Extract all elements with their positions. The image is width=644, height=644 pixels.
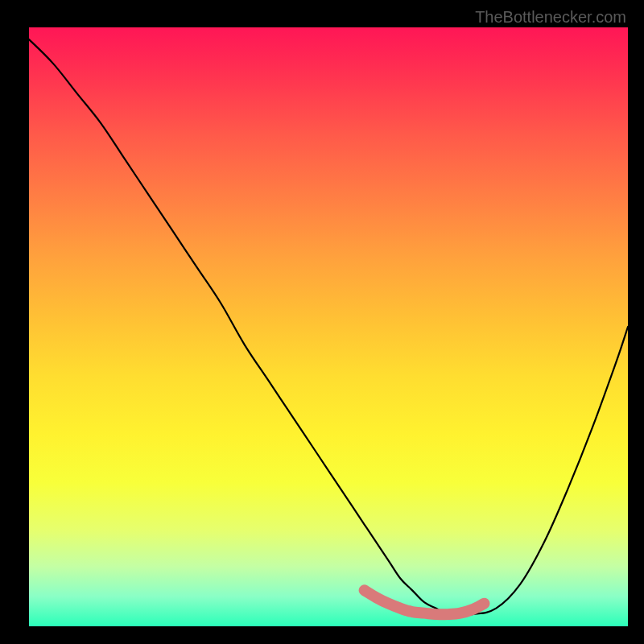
- chart-svg: [29, 27, 628, 626]
- chart-stage: TheBottlenecker.com: [0, 0, 644, 644]
- attribution-link[interactable]: TheBottlenecker.com: [475, 8, 626, 27]
- main-curve: [29, 39, 628, 615]
- plot-area: [29, 27, 628, 626]
